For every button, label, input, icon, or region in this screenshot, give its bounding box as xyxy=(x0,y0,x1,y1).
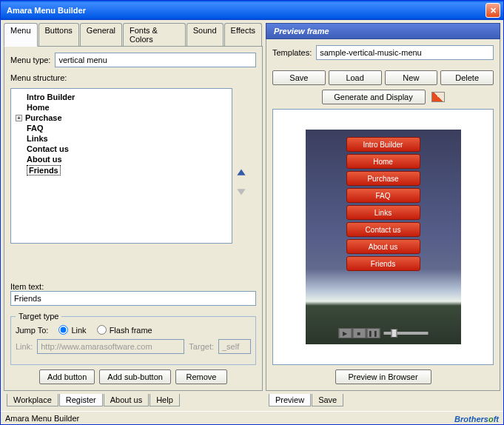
expand-icon[interactable]: + xyxy=(16,115,22,121)
preview-header: Preview frame xyxy=(266,23,500,39)
play-icon[interactable]: ▶ xyxy=(338,328,352,338)
preview-menu-item[interactable]: Links xyxy=(346,205,420,220)
tab-general[interactable]: General xyxy=(80,23,122,46)
media-controls: ▶ ■ ❚❚ xyxy=(338,328,428,338)
seek-slider[interactable] xyxy=(383,332,428,335)
target-input xyxy=(218,339,251,354)
preview-menu-item[interactable]: Contact us xyxy=(346,222,420,237)
menu-structure-label: Menu structure: xyxy=(10,73,67,82)
close-icon[interactable]: ✕ xyxy=(485,3,500,18)
target-type-legend: Target type xyxy=(16,312,61,321)
tab-workplace[interactable]: Workplace xyxy=(7,394,58,406)
radio-link[interactable]: Link xyxy=(58,325,86,335)
templates-input[interactable] xyxy=(316,45,494,60)
target-field-label: Target: xyxy=(189,342,214,351)
save-button[interactable]: Save xyxy=(272,70,326,85)
add-button[interactable]: Add button xyxy=(39,369,95,384)
target-type-fieldset: Target type Jump To: Link Flash frame Li… xyxy=(10,312,256,365)
brothersoft-logo: Brothersoft xyxy=(454,412,499,425)
tree-item[interactable]: FAQ xyxy=(14,123,229,133)
tree-item[interactable]: Friends xyxy=(14,164,229,176)
preview-menu-item[interactable]: Purchase xyxy=(346,171,420,186)
tree-item[interactable]: About us xyxy=(14,154,229,164)
status-text: Amara Menu Builder xyxy=(5,414,79,423)
new-button[interactable]: New xyxy=(385,70,438,85)
titlebar: Amara Menu Builder ✕ xyxy=(1,1,503,20)
tab-help[interactable]: Help xyxy=(149,394,180,406)
preview-menu-item[interactable]: Friends xyxy=(346,256,420,271)
window-title: Amara Menu Builder xyxy=(4,6,485,15)
remove-button[interactable]: Remove xyxy=(175,369,227,384)
svg-marker-0 xyxy=(237,169,245,175)
pause-icon[interactable]: ❚❚ xyxy=(366,328,380,338)
preview-area: Intro Builder Home Purchase FAQ Links Co… xyxy=(272,109,494,365)
tab-preview[interactable]: Preview xyxy=(269,394,311,406)
main-tabs: Menu Buttons General Fonts & Colors Soun… xyxy=(4,23,263,47)
tree-item[interactable]: Intro Builder xyxy=(14,92,229,102)
tab-register[interactable]: Register xyxy=(59,394,103,406)
tree-item[interactable]: Links xyxy=(14,133,229,144)
generate-button[interactable]: Generate and Display xyxy=(322,90,426,104)
tab-about-us[interactable]: About us xyxy=(104,394,149,406)
tab-save[interactable]: Save xyxy=(312,394,343,406)
tab-sound[interactable]: Sound xyxy=(187,23,224,46)
preview-menu-item[interactable]: FAQ xyxy=(346,188,420,203)
move-down-icon[interactable] xyxy=(235,185,247,197)
tab-buttons[interactable]: Buttons xyxy=(38,23,79,46)
stop-icon[interactable]: ■ xyxy=(352,328,366,338)
preview-menu-item[interactable]: Home xyxy=(346,154,420,169)
move-up-icon[interactable] xyxy=(235,167,247,179)
tab-fonts-colors[interactable]: Fonts & Colors xyxy=(123,23,186,46)
svg-marker-1 xyxy=(237,189,245,195)
preview-menu-item[interactable]: About us xyxy=(346,239,420,254)
menu-tree[interactable]: Intro Builder Home +Purchase FAQ Links C… xyxy=(10,88,232,244)
templates-label: Templates: xyxy=(272,48,312,57)
jump-to-label: Jump To: xyxy=(16,326,48,335)
flash-preview: Intro Builder Home Purchase FAQ Links Co… xyxy=(306,130,461,344)
preview-browser-button[interactable]: Preview in Browser xyxy=(335,369,431,384)
add-sub-button[interactable]: Add sub-button xyxy=(99,369,171,384)
item-text-label: Item text: xyxy=(10,282,44,291)
delete-button[interactable]: Delete xyxy=(440,70,494,85)
link-field-label: Link: xyxy=(16,342,33,351)
tree-item[interactable]: +Purchase xyxy=(14,113,229,123)
item-text-input[interactable] xyxy=(10,291,256,306)
tree-item[interactable]: Home xyxy=(14,102,229,113)
link-input xyxy=(37,339,184,354)
tab-menu[interactable]: Menu xyxy=(4,23,38,47)
preview-menu-item[interactable]: Intro Builder xyxy=(346,137,420,152)
tree-item[interactable]: Contact us xyxy=(14,144,229,154)
radio-flash-frame[interactable]: Flash frame xyxy=(97,325,152,335)
color-swatch[interactable] xyxy=(431,92,445,102)
tab-effects[interactable]: Effects xyxy=(224,23,262,46)
menu-type-input[interactable] xyxy=(55,53,256,67)
load-button[interactable]: Load xyxy=(329,70,382,85)
menu-type-label: Menu type: xyxy=(10,56,50,64)
